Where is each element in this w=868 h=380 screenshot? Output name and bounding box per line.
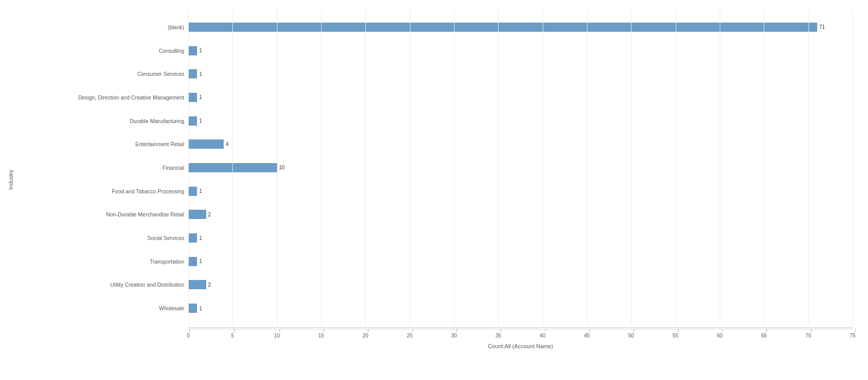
bar-value: 1 xyxy=(199,188,202,194)
bar-label: (blank) xyxy=(14,24,188,30)
bar-value: 4 xyxy=(226,142,229,147)
bar-label: Social Services xyxy=(14,235,188,241)
bar-value: 2 xyxy=(208,212,211,217)
chart-inner: Industry (blank)71Consulting1Consumer Se… xyxy=(5,10,853,349)
grid-line xyxy=(853,10,853,325)
x-tick-line xyxy=(766,329,767,332)
x-tick-label: 45 xyxy=(584,333,589,338)
x-tick-label: 30 xyxy=(451,333,457,338)
bar-value: 1 xyxy=(199,235,202,241)
x-tick: 10 xyxy=(277,329,283,338)
x-tick-line xyxy=(412,329,413,332)
bar-fill xyxy=(188,69,197,78)
x-tick-line xyxy=(457,329,457,332)
table-row: Financial10 xyxy=(14,158,853,177)
bar-value: 2 xyxy=(208,282,211,288)
x-tick-line xyxy=(855,329,856,332)
x-tick-line xyxy=(368,329,368,332)
x-tick-label: 0 xyxy=(187,333,190,338)
bar-fill xyxy=(188,187,197,196)
x-tick: 60 xyxy=(720,329,725,338)
x-tick-line xyxy=(722,329,723,332)
bar-fill xyxy=(188,93,197,102)
x-tick: 35 xyxy=(498,329,504,338)
x-tick-line xyxy=(324,329,324,332)
bar-value: 1 xyxy=(199,118,202,124)
bar-value: 1 xyxy=(199,48,202,53)
bar-track: 71 xyxy=(188,22,853,33)
x-tick: 50 xyxy=(631,329,637,338)
bar-value: 1 xyxy=(199,258,202,264)
x-tick-label: 20 xyxy=(363,333,368,338)
table-row: Non-Durable Merchandise Retail2 xyxy=(14,205,853,224)
x-tick-line xyxy=(280,329,280,332)
bar-label: Utility Creation and Distribution xyxy=(14,282,188,288)
x-tick: 55 xyxy=(676,329,681,338)
x-tick-label: 35 xyxy=(496,333,501,338)
x-tick-label: 75 xyxy=(850,333,855,338)
x-tick: 40 xyxy=(543,329,548,338)
x-tick-label: 55 xyxy=(673,333,678,338)
x-tick: 20 xyxy=(365,329,371,338)
table-row: Food and Tobacco Processing1 xyxy=(14,182,853,201)
table-row: Design, Direction and Creative Managemen… xyxy=(14,88,853,107)
x-tick-label: 70 xyxy=(805,333,811,338)
bar-value: 1 xyxy=(199,71,202,77)
bar-track: 1 xyxy=(188,45,853,56)
table-row: Consulting1 xyxy=(14,41,853,61)
bar-label: Transportation xyxy=(14,258,188,265)
x-tick: 65 xyxy=(764,329,770,338)
bar-track: 1 xyxy=(188,92,853,103)
x-tick-label: 50 xyxy=(628,333,634,338)
bar-label: Durable Manufacturing xyxy=(14,118,188,124)
bar-value: 71 xyxy=(819,24,825,30)
x-tick-line xyxy=(189,329,190,332)
x-tick: 15 xyxy=(321,329,327,338)
table-row: Social Services1 xyxy=(14,228,853,248)
bar-track: 2 xyxy=(188,279,853,290)
grid-and-bars: (blank)71Consulting1Consumer Services1De… xyxy=(14,10,853,325)
x-tick-line xyxy=(589,329,590,332)
chart-body: (blank)71Consulting1Consumer Services1De… xyxy=(14,10,853,349)
bar-fill xyxy=(188,257,197,266)
bar-label: Wholesale xyxy=(14,305,188,311)
bar-track: 1 xyxy=(188,115,853,127)
table-row: (blank)71 xyxy=(14,17,853,37)
x-tick-label: 65 xyxy=(761,333,767,338)
bar-track: 2 xyxy=(188,209,853,220)
bar-label: Consulting xyxy=(14,48,188,54)
x-tick-line xyxy=(545,329,546,332)
y-axis-label: Industry xyxy=(5,10,14,349)
bar-value: 1 xyxy=(199,306,202,311)
table-row: Consumer Services1 xyxy=(14,64,853,84)
table-row: Durable Manufacturing1 xyxy=(14,111,853,131)
x-tick-label: 10 xyxy=(274,333,280,338)
bar-label: Design, Direction and Creative Managemen… xyxy=(14,94,188,101)
x-tick-line xyxy=(501,329,501,332)
bar-fill xyxy=(188,304,197,313)
x-axis-title: Count:All (Account Name) xyxy=(188,343,853,349)
table-row: Utility Creation and Distribution2 xyxy=(14,275,853,294)
x-tick-label: 25 xyxy=(407,333,412,338)
x-tick-line xyxy=(811,329,812,332)
x-tick: 0 xyxy=(188,329,191,338)
bar-fill xyxy=(188,23,817,32)
x-axis: 051015202530354045505560657075 xyxy=(188,327,853,340)
bar-track: 1 xyxy=(188,303,853,314)
bar-value: 1 xyxy=(199,94,202,100)
x-tick-line xyxy=(234,329,234,332)
bar-fill xyxy=(188,280,206,289)
x-tick-label: 15 xyxy=(318,333,324,338)
x-tick: 75 xyxy=(853,329,858,338)
x-tick: 25 xyxy=(410,329,416,338)
bars-area: (blank)71Consulting1Consumer Services1De… xyxy=(14,10,853,325)
x-tick: 30 xyxy=(454,329,460,338)
x-tick-line xyxy=(678,329,679,332)
bar-fill xyxy=(188,46,197,55)
bar-track: 1 xyxy=(188,186,853,197)
bar-track: 1 xyxy=(188,232,853,244)
x-tick: 45 xyxy=(587,329,593,338)
bar-fill xyxy=(188,139,224,149)
x-tick: 70 xyxy=(808,329,814,338)
bar-label: Non-Durable Merchandise Retail xyxy=(14,211,188,217)
